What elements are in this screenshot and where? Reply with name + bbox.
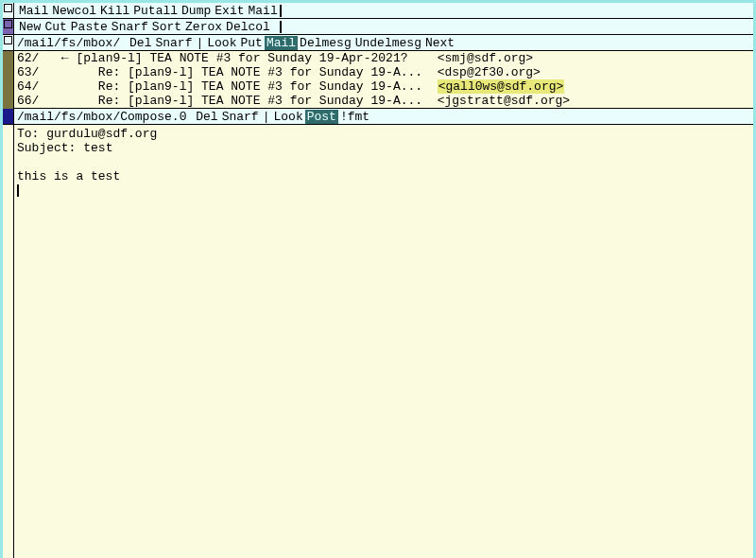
- message-from[interactable]: <gall0ws@sdf.org>: [438, 79, 565, 94]
- mbox-scroll-gutter[interactable]: [3, 51, 14, 109]
- cmd-kill[interactable]: Kill: [98, 4, 131, 18]
- message-id[interactable]: 64/: [17, 79, 54, 94]
- cmd-post-selected[interactable]: Post: [305, 110, 338, 124]
- cmd-newcol[interactable]: Newcol: [50, 4, 98, 18]
- column-tag-row: New Cut Paste Snarf Sort Zerox Delcol: [3, 19, 753, 35]
- cmd-put[interactable]: Put: [238, 36, 264, 50]
- cmd-zerox[interactable]: Zerox: [183, 20, 224, 34]
- compose-scroll-gutter[interactable]: [3, 125, 14, 558]
- layout-box-icon: [4, 36, 12, 44]
- to-label: To:: [17, 127, 39, 141]
- compose-gutter[interactable]: [3, 109, 14, 124]
- cmd-look[interactable]: Look: [271, 110, 304, 124]
- compose-tag-row: /mail/fs/mbox/Compose.0 Del Snarf | Look…: [3, 109, 753, 125]
- reply-arrow-icon: [54, 94, 76, 108]
- pipe-sep: |: [261, 110, 272, 124]
- cmd-snarf[interactable]: Snarf: [110, 20, 150, 34]
- message-row[interactable]: 63/ Re: [plan9-l] TEA NOTE #3 for Sunday…: [17, 65, 750, 79]
- subject-label: Subject:: [17, 141, 76, 155]
- cmd-sort[interactable]: Sort: [150, 20, 183, 34]
- message-subject[interactable]: Re: [plan9-l] TEA NOTE #3 for Sunday 19-…: [76, 65, 437, 79]
- compose-path[interactable]: /mail/fs/mbox/Compose.0: [17, 110, 186, 124]
- layout-box-icon: [4, 4, 12, 12]
- pipe-sep: |: [194, 36, 205, 50]
- message-from[interactable]: <dsp@2f30.org>: [438, 65, 541, 79]
- message-row[interactable]: 62/ ← [plan9-l] TEA NOTE #3 for Sunday 1…: [17, 51, 750, 65]
- cmd-new[interactable]: New: [17, 20, 43, 34]
- column-gutter[interactable]: [3, 19, 14, 34]
- compose-tag[interactable]: /mail/fs/mbox/Compose.0 Del Snarf | Look…: [14, 109, 753, 124]
- layout-box-icon: [4, 20, 12, 28]
- cmd-undelmesg[interactable]: Undelmesg: [353, 36, 423, 50]
- mbox-message-list[interactable]: 62/ ← [plan9-l] TEA NOTE #3 for Sunday 1…: [14, 51, 753, 109]
- cmd-mail[interactable]: Mail: [17, 4, 50, 18]
- message-id[interactable]: 66/: [17, 94, 54, 108]
- cmd-look[interactable]: Look: [205, 36, 238, 50]
- to-value[interactable]: gurdulu@sdf.org: [46, 127, 157, 141]
- cmd-snarf[interactable]: Snarf: [220, 110, 261, 124]
- message-from[interactable]: <smj@sdf.org>: [438, 51, 533, 65]
- message-subject[interactable]: [plan9-l] TEA NOTE #3 for Sunday 19-Apr-…: [76, 51, 437, 65]
- message-id[interactable]: 63/: [17, 65, 54, 79]
- cmd-paste[interactable]: Paste: [69, 20, 110, 34]
- cmd-del[interactable]: Del: [194, 110, 219, 124]
- cmd-putall[interactable]: Putall: [131, 4, 180, 18]
- mbox-gutter[interactable]: [3, 35, 14, 50]
- cmd-mail-extra[interactable]: Mail: [247, 4, 280, 18]
- cmd-dump[interactable]: Dump: [180, 4, 213, 18]
- cursor-icon: [17, 184, 19, 197]
- message-row[interactable]: 64/ Re: [plan9-l] TEA NOTE #3 for Sunday…: [17, 79, 750, 94]
- column-tag[interactable]: New Cut Paste Snarf Sort Zerox Delcol: [14, 19, 753, 34]
- caret-icon: [280, 5, 282, 17]
- message-from[interactable]: <jgstratt@sdf.org>: [438, 94, 570, 108]
- cmd-exit[interactable]: Exit: [213, 4, 246, 18]
- global-tag[interactable]: Mail Newcol Kill Putall Dump Exit Mail: [14, 3, 753, 18]
- dirty-indicator-icon: [4, 110, 12, 118]
- cmd-fmt[interactable]: !fmt: [338, 110, 371, 124]
- cmd-snarf[interactable]: Snarf: [153, 36, 194, 50]
- cmd-delcol[interactable]: Delcol: [224, 20, 272, 34]
- compose-body-area: To: gurdulu@sdf.org Subject: test this i…: [3, 125, 753, 558]
- mbox-path[interactable]: /mail/fs/mbox/: [17, 36, 120, 50]
- cmd-delmesg[interactable]: Delmesg: [298, 36, 353, 50]
- global-gutter[interactable]: [3, 3, 14, 18]
- message-subject[interactable]: Re: [plan9-l] TEA NOTE #3 for Sunday 19-…: [76, 79, 437, 94]
- reply-arrow-icon: [54, 79, 76, 94]
- cmd-del[interactable]: Del: [128, 36, 153, 50]
- message-subject[interactable]: Re: [plan9-l] TEA NOTE #3 for Sunday 19-…: [76, 94, 437, 108]
- reply-arrow-icon: ←: [54, 51, 76, 65]
- cmd-mail-selected[interactable]: Mail: [265, 36, 298, 50]
- reply-arrow-icon: [54, 65, 76, 79]
- cmd-cut[interactable]: Cut: [43, 20, 68, 34]
- caret-icon: [280, 21, 282, 33]
- cmd-next[interactable]: Next: [423, 36, 456, 50]
- global-tag-row: Mail Newcol Kill Putall Dump Exit Mail: [3, 3, 753, 19]
- mbox-tag-row: /mail/fs/mbox/ Del Snarf | Look Put Mail…: [3, 35, 753, 51]
- compose-content[interactable]: this is a test: [17, 169, 120, 183]
- subject-value[interactable]: test: [83, 141, 112, 155]
- message-row[interactable]: 66/ Re: [plan9-l] TEA NOTE #3 for Sunday…: [17, 94, 750, 108]
- message-id[interactable]: 62/: [17, 51, 54, 65]
- mbox-tag[interactable]: /mail/fs/mbox/ Del Snarf | Look Put Mail…: [14, 35, 753, 50]
- compose-editor[interactable]: To: gurdulu@sdf.org Subject: test this i…: [14, 125, 753, 558]
- mbox-body-area: 62/ ← [plan9-l] TEA NOTE #3 for Sunday 1…: [3, 51, 753, 109]
